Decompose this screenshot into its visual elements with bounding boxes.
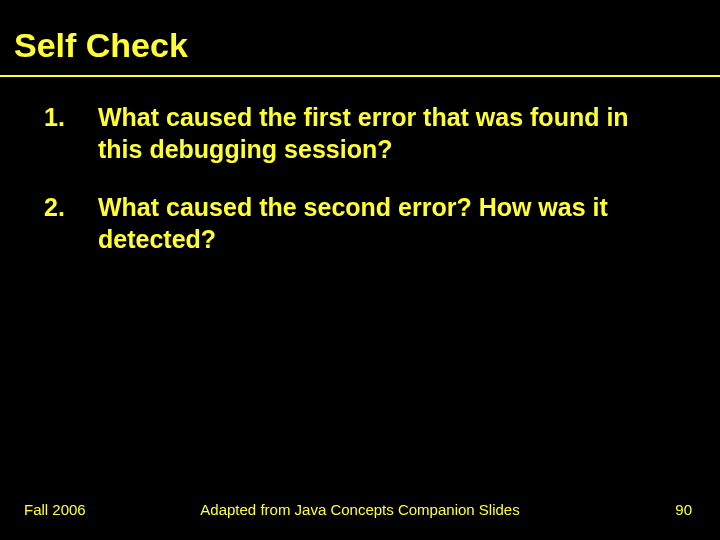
- footer-center: Adapted from Java Concepts Companion Sli…: [200, 501, 519, 518]
- footer-right: 90: [675, 501, 692, 518]
- list-text: What caused the first error that was fou…: [98, 101, 676, 165]
- slide-title: Self Check: [0, 26, 720, 71]
- footer-left: Fall 2006: [24, 501, 86, 518]
- list-text: What caused the second error? How was it…: [98, 191, 676, 255]
- list-number: 2.: [44, 191, 98, 255]
- content-area: 1. What caused the first error that was …: [0, 77, 720, 255]
- slide: Self Check 1. What caused the first erro…: [0, 0, 720, 540]
- list-number: 1.: [44, 101, 98, 165]
- list-item: 1. What caused the first error that was …: [44, 101, 676, 165]
- list-item: 2. What caused the second error? How was…: [44, 191, 676, 255]
- footer: Fall 2006 Adapted from Java Concepts Com…: [0, 501, 720, 518]
